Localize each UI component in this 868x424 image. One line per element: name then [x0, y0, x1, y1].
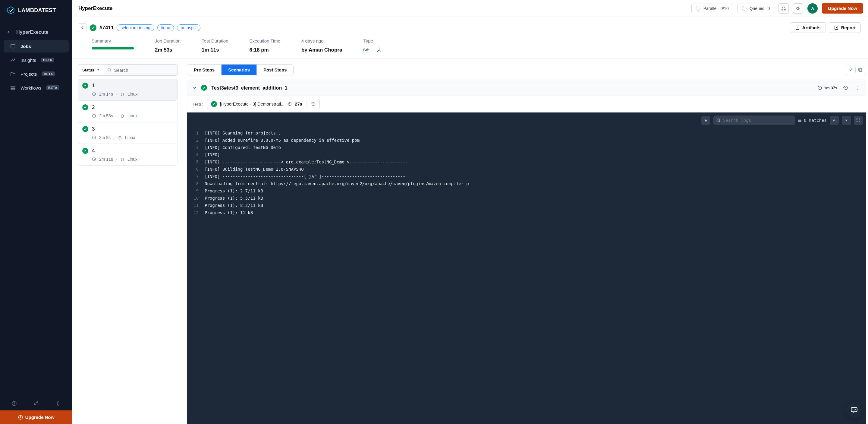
- sidebar-item-workflows[interactable]: Workflows BETA: [4, 82, 69, 94]
- tab-scenarios[interactable]: Scenarios: [221, 64, 257, 75]
- stat-type: Type Se ·: [363, 38, 382, 53]
- stat-ago: 4 days ago by Aman Chopra: [301, 38, 342, 53]
- run-title: 4: [92, 148, 95, 154]
- stat-value: 6:18 pm: [249, 47, 280, 53]
- announcement-icon[interactable]: [793, 3, 803, 13]
- stat-value: by Aman Chopra: [301, 47, 342, 53]
- report-button[interactable]: Report: [829, 22, 861, 33]
- chat-widget-button[interactable]: [846, 402, 863, 419]
- status-filter-button[interactable]: Status: [78, 64, 104, 75]
- log-line: 7[INFO] --------------------------------…: [187, 173, 866, 180]
- summary-progress-bar: [92, 47, 134, 50]
- next-match-button[interactable]: [842, 116, 851, 125]
- sidebar-upgrade-button[interactable]: Upgrade Now: [0, 411, 72, 424]
- log-search-input[interactable]: [723, 118, 792, 123]
- artifacts-icon: [795, 25, 800, 30]
- job-tag[interactable]: linux: [157, 24, 174, 31]
- svg-point-27: [122, 159, 122, 159]
- test-chip[interactable]: [HyperExecute - 3] Demonstrati... 27s: [207, 99, 320, 109]
- status-pass-icon: [82, 148, 88, 154]
- folder-icon: [10, 71, 16, 77]
- tab-pre-steps[interactable]: Pre Steps: [187, 64, 221, 75]
- dashed-circle-icon: [742, 6, 747, 10]
- logo-mark-icon: [7, 6, 15, 14]
- sidebar-item-insights[interactable]: Insights BETA: [4, 54, 69, 66]
- scenario-duration: 1m 37s: [817, 85, 837, 90]
- parallel-pill[interactable]: Parallel 0/10: [691, 4, 733, 13]
- copy-icon[interactable]: [858, 67, 863, 72]
- beta-badge: BETA: [41, 71, 55, 76]
- run-card[interactable]: 4 2m 11s · Linux: [78, 144, 178, 165]
- log-line: 9Progress (1): 2.7/11 kB: [187, 187, 866, 194]
- headphones-icon[interactable]: [778, 3, 789, 13]
- svg-point-37: [855, 409, 856, 410]
- dashed-circle-icon: [696, 6, 701, 10]
- log-viewer: 0 matches 1[INFO] Scanning for projects.…: [187, 113, 866, 424]
- job-tag[interactable]: selenium-testng: [117, 24, 154, 31]
- run-duration: 2m 9s: [99, 135, 111, 140]
- run-os: Linux: [125, 135, 135, 140]
- nav-back-hyperexecute[interactable]: HyperExecute: [0, 26, 72, 39]
- log-line: 11Progress (1): 8.2/11 kB: [187, 202, 866, 209]
- sidebar-bottom-tools: ?: [0, 397, 72, 411]
- sidebar-item-label: Projects: [21, 71, 37, 77]
- prev-match-button[interactable]: [830, 116, 839, 125]
- line-number: 8: [187, 180, 205, 187]
- svg-text:?: ?: [13, 402, 15, 405]
- sidebar-item-label: Workflows: [21, 85, 41, 90]
- check-icon: ✓: [849, 67, 853, 73]
- fullscreen-button[interactable]: [854, 116, 863, 125]
- linux-icon: [118, 135, 122, 140]
- tab-post-steps[interactable]: Post Steps: [257, 64, 293, 75]
- log-lines[interactable]: 1[INFO] Scanning for projects...2[INFO] …: [187, 113, 866, 220]
- avatar[interactable]: A: [807, 3, 818, 13]
- runs-pane: Status 1 2m 14s · Linux 2: [78, 64, 178, 424]
- download-logs-button[interactable]: [701, 116, 710, 125]
- log-search-box[interactable]: [713, 116, 795, 125]
- search-input[interactable]: [114, 67, 175, 73]
- svg-point-23: [119, 137, 120, 137]
- run-card[interactable]: 2 2m 53s · Linux: [78, 100, 178, 122]
- scenario-card: Test3#test3_element_addition_1 1m 37s ⋮ …: [187, 80, 866, 424]
- top-upgrade-label: Upgrade Now: [828, 6, 857, 11]
- sidebar-upgrade-label: Upgrade Now: [25, 415, 55, 420]
- brand-logo[interactable]: LAMBDATEST: [0, 0, 72, 21]
- report-icon: [834, 25, 839, 30]
- svg-rect-7: [782, 9, 783, 10]
- log-line: 3[INFO] Configured: TestNG_Demo: [187, 144, 866, 151]
- svg-rect-1: [11, 86, 15, 87]
- run-os: Linux: [127, 157, 137, 162]
- log-text: [INFO] -----------------------< org.exam…: [205, 158, 408, 165]
- queued-pill[interactable]: Queued 0: [738, 4, 775, 13]
- log-line: 1[INFO] Scanning for projects...: [187, 129, 866, 137]
- linux-icon: [120, 157, 124, 161]
- clock-icon: [817, 85, 822, 90]
- chevron-down-icon[interactable]: [193, 86, 197, 90]
- svg-rect-8: [784, 9, 785, 10]
- svg-point-35: [852, 409, 853, 410]
- job-tag[interactable]: autosplit: [177, 24, 200, 31]
- sidebar-item-projects[interactable]: Projects BETA: [4, 67, 69, 80]
- kebab-menu-icon[interactable]: ⋮: [854, 86, 861, 90]
- run-card[interactable]: 3 2m 9s · Linux: [78, 122, 178, 144]
- test-chip-duration: 27s: [295, 102, 302, 107]
- back-button[interactable]: [78, 23, 87, 32]
- integrations-icon[interactable]: [56, 401, 61, 406]
- run-title: 3: [92, 126, 95, 132]
- chevron-left-icon: [7, 30, 11, 34]
- clock-icon: [92, 92, 96, 96]
- status-pass-icon: [82, 104, 88, 110]
- run-os: Linux: [127, 92, 137, 96]
- key-icon[interactable]: [33, 401, 39, 406]
- artifacts-button[interactable]: Artifacts: [790, 22, 826, 33]
- svg-point-24: [120, 137, 121, 137]
- sidebar-item-jobs[interactable]: Jobs: [4, 40, 69, 53]
- history-icon[interactable]: [841, 84, 850, 92]
- run-card[interactable]: 1 2m 14s · Linux: [78, 79, 178, 100]
- help-icon[interactable]: ?: [11, 401, 17, 406]
- main: HyperExecute Parallel 0/10 Queued 0 A Up…: [72, 0, 868, 424]
- history-icon[interactable]: [311, 102, 316, 107]
- top-upgrade-button[interactable]: Upgrade Now: [822, 3, 863, 13]
- search-box[interactable]: [104, 64, 178, 75]
- search-icon: [716, 118, 721, 122]
